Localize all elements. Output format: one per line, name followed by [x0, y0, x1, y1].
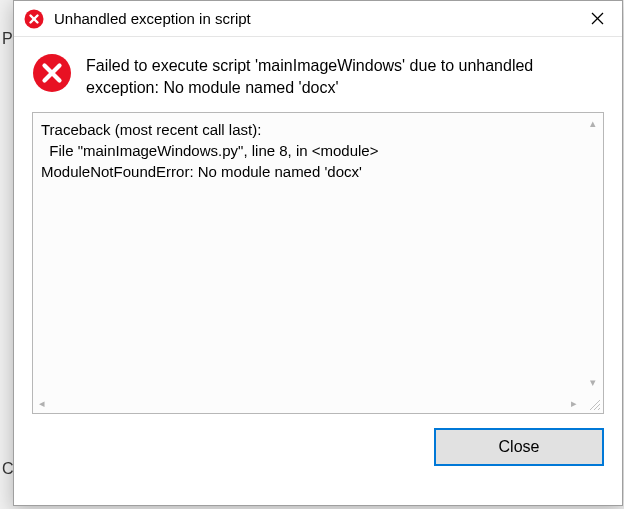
traceback-text[interactable]: Traceback (most recent call last): File … [33, 113, 603, 393]
close-button[interactable]: Close [434, 428, 604, 466]
scroll-right-icon: ▸ [571, 397, 577, 410]
error-icon [24, 9, 44, 29]
traceback-line: Traceback (most recent call last): [41, 121, 261, 138]
traceback-box: Traceback (most recent call last): File … [32, 112, 604, 414]
horizontal-scrollbar[interactable]: ◂ ▸ [33, 393, 583, 413]
background-letter-2: C [2, 460, 14, 478]
background-letter: P [2, 30, 13, 48]
dialog-title: Unhandled exception in script [54, 10, 574, 27]
traceback-line: File "mainImageWindows.py", line 8, in <… [41, 142, 378, 159]
scroll-left-icon: ◂ [39, 397, 45, 410]
titlebar-close-button[interactable] [574, 2, 620, 36]
button-row: Close [32, 428, 604, 466]
scroll-down-icon: ▾ [590, 376, 596, 389]
close-icon [591, 12, 604, 25]
titlebar: Unhandled exception in script [14, 1, 622, 37]
svg-line-10 [598, 408, 600, 410]
resize-grip-icon [587, 397, 601, 411]
error-message: Failed to execute script 'mainImageWindo… [86, 53, 604, 98]
message-row: Failed to execute script 'mainImageWindo… [32, 53, 604, 98]
traceback-line: ModuleNotFoundError: No module named 'do… [41, 163, 362, 180]
vertical-scrollbar[interactable]: ▴ ▾ [583, 113, 603, 393]
dialog-content: Failed to execute script 'mainImageWindo… [14, 37, 622, 505]
error-dialog: Unhandled exception in script Failed to … [13, 0, 623, 506]
error-icon [32, 53, 72, 93]
scroll-up-icon: ▴ [590, 117, 596, 130]
